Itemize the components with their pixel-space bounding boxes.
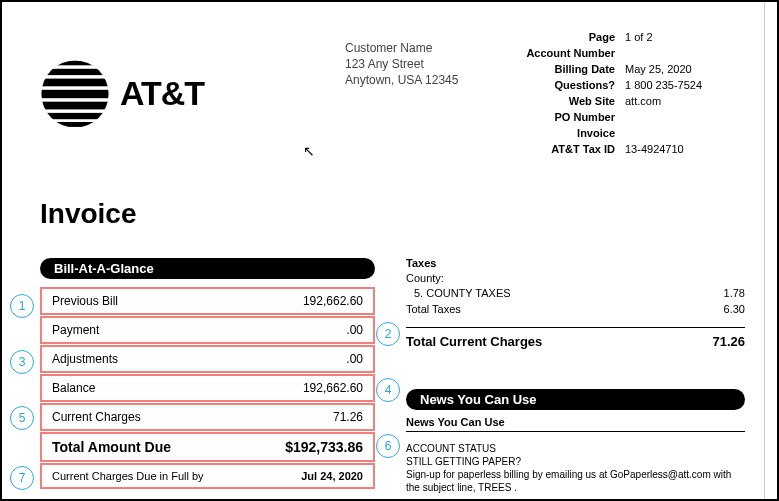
taxes-block: Taxes County: 5. COUNTY TAXES1.78 Total … bbox=[406, 256, 745, 318]
news-status-1: ACCOUNT STATUS bbox=[406, 442, 745, 455]
customer-name: Customer Name bbox=[345, 40, 458, 56]
payment-value: .00 bbox=[346, 323, 363, 337]
meta-po-value bbox=[625, 110, 725, 126]
mouse-cursor-icon: ↖ bbox=[303, 143, 315, 159]
row-balance: Balance192,662.60 bbox=[40, 374, 375, 402]
row-total-amount-due: Total Amount Due$192,733.86 bbox=[40, 432, 375, 462]
meta-website-value: att.com bbox=[625, 94, 725, 110]
meta-billingdate-label: Billing Date bbox=[525, 62, 625, 78]
total-current-charges-label: Total Current Charges bbox=[406, 334, 542, 349]
annotation-6: 6 bbox=[376, 434, 400, 458]
customer-city: Anytown, USA 12345 bbox=[345, 72, 458, 88]
balance-label: Balance bbox=[52, 381, 95, 395]
news-status-2: STILL GETTING PAPER? bbox=[406, 455, 745, 468]
invoice-header: AT&T Customer Name 123 Any Street Anytow… bbox=[0, 10, 765, 168]
svg-rect-1 bbox=[40, 60, 110, 65]
svg-rect-4 bbox=[40, 90, 110, 98]
current-charges-value: 71.26 bbox=[333, 410, 363, 424]
news-body: ACCOUNT STATUS STILL GETTING PAPER? Sign… bbox=[406, 442, 745, 501]
annotation-2: 2 bbox=[376, 322, 400, 346]
total-due-value: $192,733.86 bbox=[285, 439, 363, 455]
meta-account-label: Account Number bbox=[525, 46, 625, 62]
annotation-7: 7 bbox=[10, 466, 34, 490]
meta-page-value: 1 of 2 bbox=[625, 30, 725, 46]
taxes-line-value: 1.78 bbox=[724, 286, 745, 301]
meta-website-label: Web Site bbox=[525, 94, 625, 110]
previous-bill-label: Previous Bill bbox=[52, 294, 118, 308]
adjustments-value: .00 bbox=[346, 352, 363, 366]
invoice-document: AT&T Customer Name 123 Any Street Anytow… bbox=[0, 0, 765, 501]
svg-rect-6 bbox=[40, 113, 110, 119]
due-by-value: Jul 24, 2020 bbox=[301, 470, 363, 482]
taxes-header: Taxes bbox=[406, 256, 745, 271]
meta-page-label: Page bbox=[525, 30, 625, 46]
meta-po-label: PO Number bbox=[525, 110, 625, 126]
previous-bill-value: 192,662.60 bbox=[303, 294, 363, 308]
row-previous-bill: Previous Bill192,662.60 bbox=[40, 287, 375, 315]
right-column: Taxes County: 5. COUNTY TAXES1.78 Total … bbox=[406, 250, 745, 502]
taxes-total-value: 6.30 bbox=[724, 302, 745, 317]
att-globe-icon bbox=[40, 59, 110, 129]
payment-label: Payment bbox=[52, 323, 99, 337]
row-adjustments: Adjustments.00 bbox=[40, 345, 375, 373]
total-due-label: Total Amount Due bbox=[52, 439, 171, 455]
annotation-5: 5 bbox=[10, 406, 34, 430]
news-subheader: News You Can Use bbox=[406, 416, 745, 432]
annotation-3: 3 bbox=[10, 350, 34, 374]
total-current-charges-value: 71.26 bbox=[712, 334, 745, 349]
meta-invoice-label: Invoice bbox=[525, 126, 625, 142]
customer-street: 123 Any Street bbox=[345, 56, 458, 72]
meta-taxid-label: AT&T Tax ID bbox=[525, 142, 625, 158]
att-logo-block: AT&T bbox=[40, 30, 204, 158]
svg-rect-5 bbox=[40, 101, 110, 109]
customer-address: Customer Name 123 Any Street Anytown, US… bbox=[345, 40, 458, 89]
meta-questions-value: 1 800 235-7524 bbox=[625, 78, 725, 94]
document-viewport[interactable]: AT&T Customer Name 123 Any Street Anytow… bbox=[0, 0, 765, 501]
annotation-1: 1 bbox=[10, 294, 34, 318]
row-current-charges: Current Charges71.26 bbox=[40, 403, 375, 431]
annotation-4: 4 bbox=[376, 378, 400, 402]
total-current-charges: Total Current Charges 71.26 bbox=[406, 327, 745, 349]
taxes-county-label: County: bbox=[406, 271, 745, 286]
current-charges-label: Current Charges bbox=[52, 410, 141, 424]
svg-rect-3 bbox=[40, 78, 110, 86]
meta-invoice-value bbox=[625, 126, 725, 142]
invoice-title: Invoice bbox=[40, 198, 765, 230]
att-logo-text: AT&T bbox=[120, 74, 204, 113]
row-payment: Payment.00 bbox=[40, 316, 375, 344]
meta-account-value bbox=[625, 46, 725, 62]
meta-billingdate-value: May 25, 2020 bbox=[625, 62, 725, 78]
adjustments-label: Adjustments bbox=[52, 352, 118, 366]
meta-questions-label: Questions? bbox=[525, 78, 625, 94]
left-column: Bill-At-A-Glance 1 Previous Bill192,662.… bbox=[6, 250, 386, 502]
balance-value: 192,662.60 bbox=[303, 381, 363, 395]
meta-taxid-value: 13-4924710 bbox=[625, 142, 725, 158]
svg-rect-7 bbox=[40, 122, 110, 127]
due-by-label: Current Charges Due in Full by bbox=[52, 470, 204, 482]
news-header: News You Can Use bbox=[406, 389, 745, 410]
invoice-meta: Page1 of 2 Account Number Billing DateMa… bbox=[525, 30, 725, 158]
row-due-by: Current Charges Due in Full byJul 24, 20… bbox=[40, 463, 375, 489]
taxes-total-label: Total Taxes bbox=[406, 302, 461, 317]
news-signup: Sign-up for paperless billing by emailin… bbox=[406, 468, 745, 494]
bill-at-a-glance-header: Bill-At-A-Glance bbox=[40, 258, 375, 279]
svg-rect-2 bbox=[40, 69, 110, 75]
taxes-line-label: 5. COUNTY TAXES bbox=[406, 286, 511, 301]
